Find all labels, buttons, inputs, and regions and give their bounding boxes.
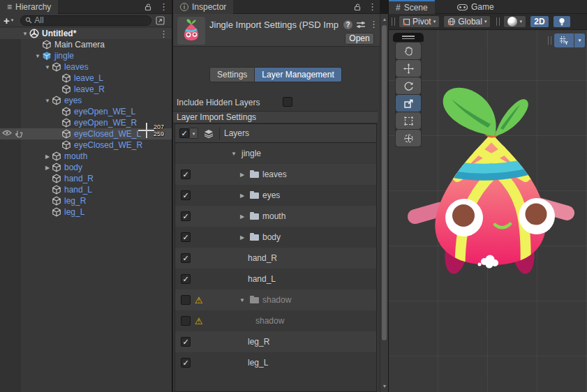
layer-checkbox[interactable]: ✓ bbox=[181, 337, 191, 347]
layer-row-body[interactable]: ✓ ▶ body bbox=[175, 227, 376, 248]
gameobject-icon bbox=[52, 207, 61, 217]
help-icon[interactable]: ? bbox=[343, 20, 352, 29]
inspector-menu-icon[interactable]: ⋮ bbox=[368, 2, 376, 11]
scale-tool-button[interactable] bbox=[396, 95, 421, 112]
asset-importer-header: Jingle Import Settings (PSD Imp ? ⋮ Open bbox=[173, 14, 380, 47]
layer-row-shadow-group[interactable]: ⚠ ▼ shadow bbox=[175, 289, 376, 310]
hierarchy-item-mouth[interactable]: ▶ mouth bbox=[0, 151, 172, 162]
shading-mode-dropdown[interactable]: ▾ bbox=[503, 15, 526, 28]
gameobject-icon bbox=[52, 62, 61, 72]
pickability-hand-icon[interactable] bbox=[15, 130, 23, 138]
hierarchy-item-eyeopen-we-r[interactable]: eyeOpen_WE_R bbox=[0, 117, 172, 128]
folder-icon bbox=[250, 297, 259, 303]
2d-toggle-button[interactable]: 2D bbox=[530, 15, 549, 28]
layer-checkbox[interactable]: ✓ bbox=[181, 232, 191, 242]
layers-stack-icon[interactable] bbox=[204, 129, 214, 138]
include-hidden-layers-checkbox[interactable] bbox=[283, 97, 292, 107]
hierarchy-item-eyes[interactable]: ▼ eyes bbox=[0, 95, 172, 106]
foldout-arrow[interactable]: ▼ bbox=[238, 297, 246, 303]
rect-tool-button[interactable] bbox=[396, 112, 421, 129]
layer-row-leg-l[interactable]: ✓ leg_L bbox=[175, 352, 376, 373]
lock-icon[interactable] bbox=[353, 3, 362, 11]
tab-scene[interactable]: # Scene bbox=[389, 0, 435, 14]
hierarchy-tree: Main Camera ▼ jingle ▼ leaves leave_L le… bbox=[0, 39, 172, 218]
hierarchy-item-hand-l[interactable]: hand_L bbox=[0, 184, 172, 195]
hierarchy-item-leg-r[interactable]: leg_R bbox=[0, 195, 172, 206]
foldout-arrow[interactable]: ▶ bbox=[43, 165, 52, 171]
hierarchy-item-jingle[interactable]: ▼ jingle bbox=[0, 50, 172, 61]
grid-toggle-button[interactable]: Y bbox=[554, 33, 574, 47]
toolbar-drag-handle[interactable] bbox=[392, 17, 395, 26]
scene-viewport[interactable]: Y ▾ bbox=[389, 30, 587, 392]
hierarchy-item-leg-l[interactable]: leg_L bbox=[0, 206, 172, 218]
importer-menu-icon[interactable]: ⋮ bbox=[369, 20, 378, 29]
hierarchy-scene-row[interactable]: ▼ Untitled* ⋮ bbox=[0, 28, 172, 39]
hierarchy-item-eyeopen-we-l[interactable]: eyeOpen_WE_L bbox=[0, 106, 172, 117]
tab-settings[interactable]: Settings bbox=[209, 67, 255, 82]
global-dropdown[interactable]: Global ▾ bbox=[443, 15, 491, 28]
lock-icon[interactable] bbox=[144, 3, 152, 11]
tab-hierarchy[interactable]: ≡ Hierarchy bbox=[0, 0, 58, 14]
toolbar-drag-handle[interactable] bbox=[496, 17, 500, 26]
layer-row-hand-r[interactable]: ✓ hand_R bbox=[175, 248, 376, 269]
inspector-scrollbar[interactable]: ▲ ▼ bbox=[380, 14, 388, 392]
overlay-drag-handle[interactable] bbox=[548, 36, 551, 45]
transform-tool-button[interactable] bbox=[396, 130, 421, 146]
presets-icon[interactable] bbox=[356, 20, 366, 29]
hierarchy-item-leave-l[interactable]: leave_L bbox=[0, 73, 172, 84]
open-button[interactable]: Open bbox=[345, 33, 374, 45]
scrollbar-thumb[interactable] bbox=[382, 25, 387, 340]
popout-search-icon[interactable] bbox=[156, 16, 165, 25]
layer-checkbox[interactable]: ✓ bbox=[181, 253, 191, 263]
foldout-arrow[interactable]: ▼ bbox=[230, 151, 238, 157]
layer-checkbox[interactable]: ✓ bbox=[181, 358, 191, 368]
layer-row-shadow[interactable]: ⚠ shadow bbox=[175, 310, 376, 331]
hierarchy-item-leaves[interactable]: ▼ leaves bbox=[0, 61, 172, 73]
create-object-button[interactable]: + ▾ bbox=[3, 15, 13, 26]
tab-game[interactable]: Game bbox=[450, 0, 501, 14]
layer-row-eyes[interactable]: ✓ ▶ eyes bbox=[175, 185, 376, 206]
pivot-dropdown[interactable]: Pivot ▾ bbox=[399, 15, 440, 28]
foldout-arrow[interactable]: ▶ bbox=[238, 172, 246, 178]
foldout-arrow[interactable]: ▼ bbox=[21, 31, 29, 37]
tab-inspector[interactable]: i Inspector bbox=[173, 0, 233, 14]
layer-row-leaves[interactable]: ✓ ▶ leaves bbox=[175, 164, 376, 185]
tools-drag-handle[interactable] bbox=[393, 33, 424, 42]
layer-checkbox[interactable]: ✓ bbox=[181, 211, 191, 221]
hierarchy-menu-icon[interactable]: ⋮ bbox=[159, 2, 168, 11]
layer-checkbox[interactable]: ✓ bbox=[181, 190, 191, 200]
rotate-tool-button[interactable] bbox=[396, 77, 421, 94]
foldout-arrow[interactable]: ▶ bbox=[238, 213, 246, 220]
checkbox-dropdown-icon[interactable]: ▾ bbox=[189, 128, 198, 139]
layer-checkbox[interactable] bbox=[181, 295, 191, 305]
hierarchy-item-body[interactable]: ▶ body bbox=[0, 162, 172, 173]
foldout-arrow[interactable]: ▶ bbox=[238, 193, 246, 199]
hierarchy-search-input[interactable]: All bbox=[20, 15, 151, 26]
foldout-arrow[interactable]: ▶ bbox=[238, 234, 246, 241]
layer-row-leg-r[interactable]: ✓ leg_R bbox=[175, 331, 376, 352]
include-hidden-layers-row: Include Hidden Layers bbox=[177, 97, 376, 108]
foldout-arrow[interactable]: ▼ bbox=[43, 64, 52, 70]
select-all-checkbox[interactable]: ✓ bbox=[179, 128, 189, 138]
hand-tool-button[interactable] bbox=[396, 43, 421, 59]
hierarchy-item-leave-r[interactable]: leave_R bbox=[0, 84, 172, 95]
grid-options-dropdown[interactable]: ▾ bbox=[574, 33, 585, 47]
scene-menu-icon[interactable]: ⋮ bbox=[159, 29, 168, 38]
layer-checkbox[interactable] bbox=[181, 316, 191, 326]
foldout-arrow[interactable]: ▼ bbox=[34, 53, 42, 59]
scene-lighting-button[interactable] bbox=[553, 15, 571, 28]
hierarchy-item-eyeclosed-we-l[interactable]: eyeClosed_WE_L bbox=[0, 128, 172, 140]
hierarchy-item-hand-r[interactable]: hand_R bbox=[0, 173, 172, 184]
move-tool-button[interactable] bbox=[396, 60, 421, 77]
layer-row-mouth[interactable]: ✓ ▶ mouth bbox=[175, 206, 376, 227]
hierarchy-item-main-camera[interactable]: Main Camera bbox=[0, 39, 172, 50]
tab-layer-management[interactable]: Layer Management bbox=[255, 67, 341, 82]
layer-checkbox[interactable]: ✓ bbox=[181, 169, 191, 179]
hierarchy-item-eyeclosed-we-r[interactable]: eyeClosed_WE_R bbox=[0, 140, 172, 151]
foldout-arrow[interactable]: ▶ bbox=[43, 153, 52, 160]
layer-checkbox[interactable]: ✓ bbox=[181, 274, 191, 284]
visibility-eye-icon[interactable] bbox=[2, 130, 12, 136]
layer-row-jingle[interactable]: ▼ jingle bbox=[175, 143, 376, 164]
foldout-arrow[interactable]: ▼ bbox=[43, 98, 52, 104]
layer-row-hand-l[interactable]: ✓ hand_L bbox=[175, 269, 376, 289]
